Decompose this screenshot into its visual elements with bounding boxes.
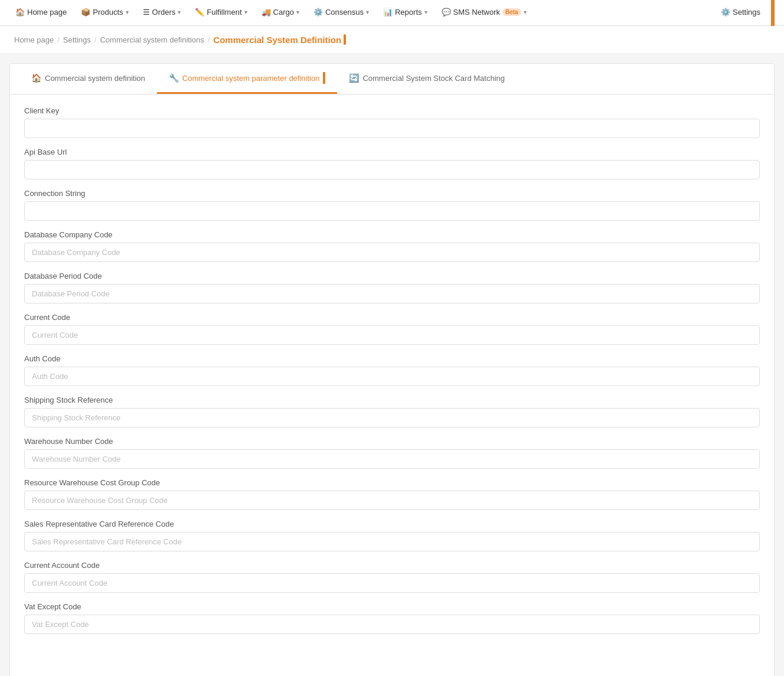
nav-item-fulfillment[interactable]: ✏️ Fulfillment ▾	[189, 0, 253, 26]
main-content: 🏠 Commercial system definition 🔧 Commerc…	[9, 63, 775, 676]
settings-icon: ⚙️	[721, 8, 730, 17]
label-api-base-url: Api Base Url	[24, 148, 760, 156]
nav-accent-bar	[771, 0, 775, 26]
form-group-warehouse-number-code: Warehouse Number Code	[24, 437, 760, 469]
input-database-period-code[interactable]	[24, 284, 760, 303]
label-warehouse-number-code: Warehouse Number Code	[24, 437, 760, 446]
tab-accent-bar	[323, 72, 325, 84]
tab-bar: 🏠 Commercial system definition 🔧 Commerc…	[10, 64, 774, 94]
form-container: Client KeyApi Base UrlConnection StringD…	[10, 94, 774, 676]
label-database-period-code: Database Period Code	[24, 272, 760, 280]
orders-icon: ☰	[143, 8, 150, 17]
tab-commercial-system-parameter-definition[interactable]: 🔧 Commercial system parameter definition	[157, 64, 338, 94]
nav-item-settings[interactable]: ⚙️ Settings	[715, 0, 766, 26]
chevron-down-icon: ▾	[244, 9, 247, 15]
sms-icon: 💬	[442, 8, 451, 17]
label-database-company-code: Database Company Code	[24, 230, 760, 239]
chevron-down-icon: ▾	[296, 9, 299, 15]
label-vat-except-code: Vat Except Code	[24, 602, 760, 611]
products-icon: 📦	[81, 8, 90, 17]
breadcrumb-csd[interactable]: Commercial system definitions	[100, 35, 204, 44]
form-group-shipping-stock-reference: Shipping Stock Reference	[24, 396, 760, 427]
fulfillment-icon: ✏️	[195, 8, 204, 17]
cargo-icon: 🚚	[262, 8, 271, 17]
beta-badge: Beta	[502, 8, 521, 16]
home-icon: 🏠	[15, 8, 25, 17]
nav-item-cargo[interactable]: 🚚 Cargo ▾	[256, 0, 305, 26]
input-client-key[interactable]	[24, 119, 760, 138]
navbar: 🏠 Home page 📦 Products ▾ ☰ Orders ▾ ✏️ F…	[0, 0, 784, 26]
breadcrumb-home[interactable]: Home page	[14, 35, 54, 44]
input-auth-code[interactable]	[24, 367, 760, 386]
breadcrumb-sep-1: /	[57, 35, 60, 44]
nav-item-sms-network[interactable]: 💬 SMS Network Beta ▾	[436, 0, 533, 26]
form-group-database-period-code: Database Period Code	[24, 272, 760, 303]
input-current-account-code[interactable]	[24, 573, 760, 593]
tab-commercial-system-stock-card-matching[interactable]: 🔄 Commercial System Stock Card Matching	[337, 64, 517, 94]
form-group-auth-code: Auth Code	[24, 354, 760, 386]
nav-item-consensus[interactable]: ⚙️ Consensus ▾	[308, 0, 375, 26]
nav-item-reports[interactable]: 📊 Reports ▾	[377, 0, 433, 26]
input-vat-except-code[interactable]	[24, 615, 760, 634]
breadcrumb-current: Commercial System Definition	[213, 34, 346, 45]
wrench-icon: 🔧	[169, 73, 179, 83]
consensus-icon: ⚙️	[313, 8, 323, 17]
form-group-vat-except-code: Vat Except Code	[24, 602, 760, 634]
chevron-down-icon: ▾	[126, 9, 129, 15]
form-group-database-company-code: Database Company Code	[24, 230, 760, 262]
input-database-company-code[interactable]	[24, 243, 760, 262]
sync-icon: 🔄	[349, 73, 359, 83]
label-current-code: Current Code	[24, 313, 760, 322]
input-connection-string[interactable]	[24, 201, 760, 221]
input-resource-warehouse-cost-group-code[interactable]	[24, 491, 760, 510]
chevron-down-icon: ▾	[524, 9, 527, 15]
input-api-base-url[interactable]	[24, 160, 760, 179]
breadcrumb-accent-bar	[344, 34, 346, 45]
label-resource-warehouse-cost-group-code: Resource Warehouse Cost Group Code	[24, 478, 760, 487]
input-warehouse-number-code[interactable]	[24, 449, 760, 469]
reports-icon: 📊	[383, 8, 393, 17]
form-group-current-code: Current Code	[24, 313, 760, 345]
chevron-down-icon: ▾	[366, 9, 369, 15]
nav-item-homepage[interactable]: 🏠 Home page	[9, 0, 73, 26]
label-sales-representative-card-reference-code: Sales Representative Card Reference Code	[24, 520, 760, 528]
nav-item-orders[interactable]: ☰ Orders ▾	[137, 0, 187, 26]
form-group-sales-representative-card-reference-code: Sales Representative Card Reference Code	[24, 520, 760, 551]
label-connection-string: Connection String	[24, 189, 760, 198]
breadcrumb: Home page / Settings / Commercial system…	[0, 26, 784, 54]
input-sales-representative-card-reference-code[interactable]	[24, 532, 760, 551]
form-group-api-base-url: Api Base Url	[24, 148, 760, 179]
nav-item-products[interactable]: 📦 Products ▾	[75, 0, 134, 26]
breadcrumb-sep-2: /	[94, 35, 97, 44]
form-group-current-account-code: Current Account Code	[24, 561, 760, 593]
label-current-account-code: Current Account Code	[24, 561, 760, 570]
tab-commercial-system-definition[interactable]: 🏠 Commercial system definition	[19, 64, 157, 94]
label-client-key: Client Key	[24, 106, 760, 115]
chevron-down-icon: ▾	[424, 9, 427, 15]
input-current-code[interactable]	[24, 325, 760, 345]
form-group-connection-string: Connection String	[24, 189, 760, 221]
form-group-client-key: Client Key	[24, 106, 760, 138]
breadcrumb-sep-3: /	[208, 35, 210, 44]
form-group-resource-warehouse-cost-group-code: Resource Warehouse Cost Group Code	[24, 478, 760, 510]
input-shipping-stock-reference[interactable]	[24, 408, 760, 427]
breadcrumb-settings[interactable]: Settings	[63, 35, 91, 44]
label-shipping-stock-reference: Shipping Stock Reference	[24, 396, 760, 404]
label-auth-code: Auth Code	[24, 354, 760, 363]
house-icon: 🏠	[31, 73, 41, 83]
chevron-down-icon: ▾	[178, 9, 181, 15]
